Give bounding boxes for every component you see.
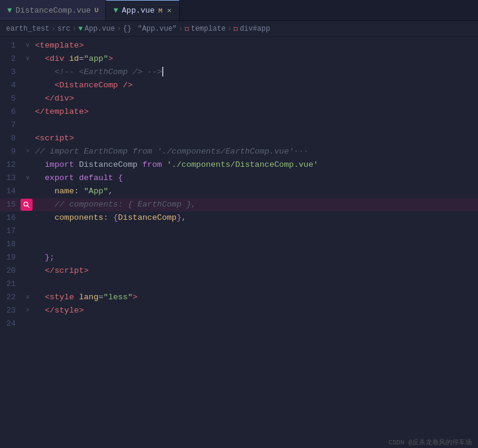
line-content-8: <script> bbox=[33, 132, 478, 145]
line-gutter-13 bbox=[23, 172, 33, 185]
breadcrumb-sep-2: › bbox=[72, 25, 77, 33]
status-text: CSDN @反杀龙卷风的停车场 bbox=[388, 439, 472, 446]
line-gutter-2 bbox=[23, 52, 33, 66]
line-7: 7 bbox=[0, 119, 478, 132]
line-num-1: 1 bbox=[0, 39, 23, 52]
breadcrumb-appvue-str: "App.vue" bbox=[133, 25, 177, 33]
breadcrumb-earth-test: earth_test bbox=[6, 25, 49, 33]
line-14: 14 name: "App", bbox=[0, 185, 478, 198]
line-16: 16 components: {DistanceComp}, bbox=[0, 211, 478, 225]
line-num-20: 20 bbox=[0, 264, 23, 278]
line-content-20: </script> bbox=[33, 264, 478, 278]
line-num-22: 22 bbox=[0, 291, 23, 304]
line-num-7: 7 bbox=[0, 119, 23, 132]
tab-appvue[interactable]: ▼ App.vue M ✕ bbox=[106, 0, 179, 20]
line-num-19: 19 bbox=[0, 251, 23, 264]
tab-bar: ▼ DistanceComp.vue U ▼ App.vue M ✕ bbox=[0, 0, 478, 21]
line-gutter-1 bbox=[23, 39, 33, 52]
line-num-9: 9 bbox=[0, 145, 23, 158]
line-20: 20 </script> bbox=[0, 264, 478, 278]
fold-arrow-22[interactable] bbox=[26, 291, 30, 304]
search-svg bbox=[23, 201, 31, 209]
line-content-3: <!-- <EarthComp /> --> bbox=[33, 66, 478, 79]
line-content-1: <template> bbox=[33, 39, 478, 52]
svg-point-0 bbox=[24, 202, 28, 206]
fold-arrow-13[interactable] bbox=[26, 172, 30, 185]
line-8: 8 <script> bbox=[0, 132, 478, 145]
code-area[interactable]: 1 <template> 2 <div id="app"> 3 <!-- <Ea… bbox=[0, 37, 478, 448]
line-num-21: 21 bbox=[0, 278, 23, 291]
line-content-19: }; bbox=[33, 251, 478, 264]
tab-label-appvue: App.vue bbox=[122, 6, 155, 15]
line-5: 5 </div> bbox=[0, 92, 478, 105]
line-content-12: import DistanceComp from './components/D… bbox=[33, 158, 478, 172]
line-num-8: 8 bbox=[0, 132, 23, 145]
line-num-14: 14 bbox=[0, 185, 23, 198]
line-24: 24 bbox=[0, 317, 478, 331]
line-12: 12 import DistanceComp from './component… bbox=[0, 158, 478, 172]
line-content-15: // components: { EarthComp }, bbox=[33, 198, 478, 211]
vue-icon-appvue: ▼ bbox=[113, 6, 118, 15]
line-15: 15 // components: { EarthComp }, bbox=[0, 198, 478, 211]
line-22: 22 <style lang="less"> bbox=[0, 291, 478, 304]
line-gutter-23 bbox=[23, 304, 33, 317]
line-content-13: export default { bbox=[33, 172, 478, 185]
line-content-14: name: "App", bbox=[33, 185, 478, 198]
line-gutter-15 bbox=[23, 199, 33, 211]
breadcrumb-sep-4: › bbox=[178, 25, 183, 33]
breadcrumb-braces: {} bbox=[123, 25, 131, 33]
search-icon[interactable] bbox=[20, 199, 33, 211]
line-9: 9 // import EarthComp from './components… bbox=[0, 145, 478, 158]
tab-badge-appvue: M bbox=[159, 7, 163, 14]
breadcrumb-appvue: App.vue bbox=[84, 25, 115, 33]
line-num-6: 6 bbox=[0, 105, 23, 119]
breadcrumb-sep-1: › bbox=[51, 25, 55, 33]
svg-line-1 bbox=[27, 205, 29, 207]
line-content-5: </div> bbox=[33, 92, 478, 105]
line-gutter-9 bbox=[23, 145, 33, 158]
fold-arrow-23[interactable] bbox=[26, 304, 30, 317]
breadcrumb-vue-icon: ▼ bbox=[78, 25, 83, 33]
line-num-24: 24 bbox=[0, 317, 23, 331]
line-6: 6 </template> bbox=[0, 105, 478, 119]
line-content-4: <DistanceComp /> bbox=[33, 79, 478, 92]
line-content-2: <div id="app"> bbox=[33, 52, 478, 66]
line-18: 18 bbox=[0, 238, 478, 251]
line-num-3: 3 bbox=[0, 66, 23, 79]
tab-label-distancecomp: DistanceComp.vue bbox=[16, 6, 91, 15]
breadcrumb-div-icon: ◻ bbox=[234, 24, 238, 33]
line-num-2: 2 bbox=[0, 52, 23, 66]
line-17: 17 bbox=[0, 225, 478, 238]
fold-arrow-1[interactable] bbox=[26, 39, 30, 52]
fold-arrow-9[interactable] bbox=[26, 145, 30, 158]
line-1: 1 <template> bbox=[0, 39, 478, 52]
line-4: 4 <DistanceComp /> bbox=[0, 79, 478, 92]
line-num-12: 12 bbox=[0, 158, 23, 172]
close-tab-button[interactable]: ✕ bbox=[167, 6, 171, 15]
line-3: 3 <!-- <EarthComp /> --> bbox=[0, 66, 478, 79]
line-gutter-22 bbox=[23, 291, 33, 304]
breadcrumb-template: template bbox=[191, 25, 226, 33]
line-19: 19 }; bbox=[0, 251, 478, 264]
breadcrumb: earth_test › src › ▼ App.vue › {} "App.v… bbox=[0, 21, 478, 37]
vue-icon-distancecomp: ▼ bbox=[7, 6, 12, 15]
line-num-23: 23 bbox=[0, 304, 23, 317]
line-13: 13 export default { bbox=[0, 172, 478, 185]
line-content-6: </template> bbox=[33, 105, 478, 119]
line-content-16: components: {DistanceComp}, bbox=[33, 211, 478, 225]
line-21: 21 bbox=[0, 278, 478, 291]
line-2: 2 <div id="app"> bbox=[0, 52, 478, 66]
status-bar: CSDN @反杀龙卷风的停车场 bbox=[382, 437, 478, 448]
tab-badge-distancecomp: U bbox=[95, 7, 99, 14]
breadcrumb-src: src bbox=[57, 25, 71, 33]
line-content-9: // import EarthComp from './components/E… bbox=[33, 145, 478, 158]
line-num-13: 13 bbox=[0, 172, 23, 185]
tab-distancecomp[interactable]: ▼ DistanceComp.vue U bbox=[0, 0, 106, 20]
line-num-4: 4 bbox=[0, 79, 23, 92]
breadcrumb-sep-3: › bbox=[117, 25, 121, 33]
line-num-15: 15 bbox=[0, 198, 23, 211]
breadcrumb-divapp: div#app bbox=[240, 25, 270, 33]
breadcrumb-template-icon: ◻ bbox=[184, 24, 189, 33]
line-num-16: 16 bbox=[0, 211, 23, 225]
fold-arrow-2[interactable] bbox=[26, 52, 30, 66]
